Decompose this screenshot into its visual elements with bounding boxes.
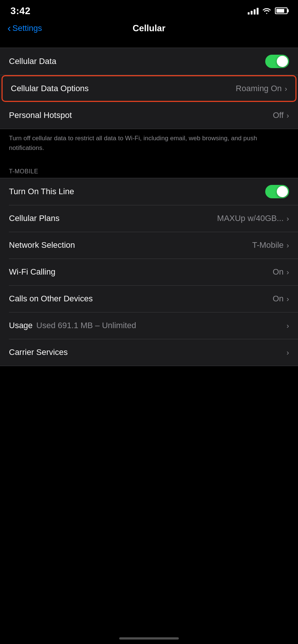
calls-other-devices-value: On [273, 294, 283, 304]
usage-row[interactable]: Usage Used 691.1 MB – Unlimited › [0, 312, 298, 339]
turn-on-line-label: Turn On This Line [9, 187, 74, 196]
turn-on-line-row[interactable]: Turn On This Line [0, 178, 298, 205]
wifi-calling-label: Wi-Fi Calling [9, 267, 56, 277]
status-icons [248, 7, 288, 15]
carrier-services-chevron-icon: › [286, 348, 289, 357]
calls-other-devices-chevron-icon: › [286, 295, 289, 303]
signal-bars-icon [248, 7, 259, 15]
cellular-data-label: Cellular Data [9, 57, 56, 66]
network-selection-chevron-icon: › [286, 241, 289, 250]
page-title: Cellular [133, 23, 165, 33]
personal-hotspot-row[interactable]: Personal Hotspot Off › [0, 102, 298, 129]
carrier-services-row[interactable]: Carrier Services › [0, 339, 298, 366]
wifi-calling-chevron-icon: › [286, 268, 289, 276]
top-section-group: Cellular Data Cellular Data Options Roam… [0, 48, 298, 129]
personal-hotspot-value: Off [273, 110, 283, 120]
cellular-data-options-chevron-icon: › [285, 84, 287, 93]
cellular-data-footer-text: Turn off cellular data to restrict all d… [9, 135, 257, 151]
cellular-data-footer: Turn off cellular data to restrict all d… [0, 129, 298, 160]
nav-bar: ‹ Settings Cellular [0, 20, 298, 41]
network-selection-value: T-Mobile [252, 240, 283, 250]
calls-other-devices-label: Calls on Other Devices [9, 294, 93, 304]
cellular-data-toggle[interactable] [265, 55, 289, 68]
cellular-data-options-row[interactable]: Cellular Data Options Roaming On › [1, 75, 297, 102]
usage-chevron-icon: › [286, 321, 289, 330]
back-label: Settings [12, 23, 42, 33]
cellular-plans-label: Cellular Plans [9, 214, 60, 223]
status-time: 3:42 [10, 5, 31, 17]
usage-value: Used 691.1 MB – Unlimited [37, 321, 136, 330]
battery-icon [275, 7, 288, 14]
cellular-data-options-label: Cellular Data Options [11, 84, 89, 93]
cellular-plans-row[interactable]: Cellular Plans MAXUp w/40GB... › [0, 205, 298, 232]
cellular-plans-chevron-icon: › [286, 214, 289, 223]
wifi-icon [262, 7, 271, 14]
cellular-data-options-wrapper: Cellular Data Options Roaming On › [0, 75, 298, 102]
tmobile-section-group: Turn On This Line Cellular Plans MAXUp w… [0, 178, 298, 366]
personal-hotspot-label: Personal Hotspot [9, 110, 72, 120]
cellular-plans-value: MAXUp w/40GB... [217, 214, 284, 223]
back-chevron-icon: ‹ [7, 23, 11, 33]
tmobile-header-label: T-MOBILE [9, 168, 38, 174]
personal-hotspot-chevron-icon: › [286, 111, 289, 120]
carrier-services-label: Carrier Services [9, 347, 68, 357]
tmobile-section-header: T-MOBILE [0, 160, 298, 178]
network-selection-row[interactable]: Network Selection T-Mobile › [0, 232, 298, 259]
calls-other-devices-row[interactable]: Calls on Other Devices On › [0, 285, 298, 312]
wifi-calling-row[interactable]: Wi-Fi Calling On › [0, 259, 298, 285]
back-button[interactable]: ‹ Settings [7, 23, 42, 33]
cellular-data-row[interactable]: Cellular Data [0, 48, 298, 75]
spacer-top [0, 41, 298, 48]
network-selection-label: Network Selection [9, 240, 75, 250]
cellular-data-toggle-wrap [265, 55, 289, 68]
home-indicator [119, 637, 179, 640]
usage-label: Usage [9, 321, 33, 330]
turn-on-line-toggle[interactable] [265, 185, 289, 198]
wifi-calling-value: On [273, 267, 283, 277]
cellular-data-options-value: Roaming On [236, 84, 282, 93]
status-bar: 3:42 [0, 0, 298, 20]
